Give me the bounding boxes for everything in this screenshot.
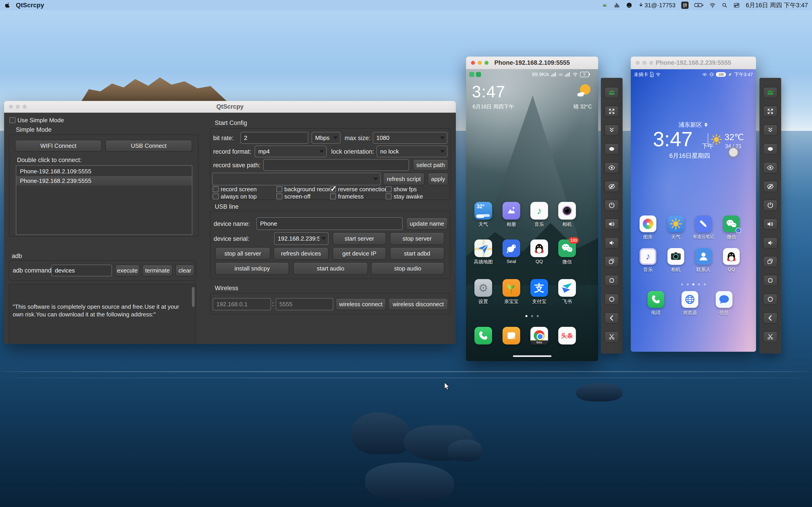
device-list[interactable]: Phone-192.168.2.109:5555 Phone-192.168.2…	[16, 165, 192, 235]
assistive-ball[interactable]	[727, 146, 740, 159]
activity-bars-icon[interactable]	[614, 2, 620, 8]
wireless-connect-button[interactable]: wireless connect	[336, 298, 386, 310]
show-screen-button[interactable]	[604, 162, 619, 173]
expand-notification-button[interactable]	[604, 124, 619, 136]
wifi-icon[interactable]	[709, 2, 716, 8]
phone2-screen[interactable]: 未插卡 100 下午3:47 浦东新区 3:47 下午 32℃ 34	[631, 69, 756, 352]
wechat-app-icon[interactable]: ✓	[723, 216, 740, 232]
app-weather2[interactable]: 天气	[662, 216, 690, 240]
show-screen-button[interactable]	[763, 162, 777, 173]
menu-clock[interactable]: 6月16日 周四 下午3:47	[746, 1, 808, 9]
dock-chrome-beta[interactable]: Beta	[525, 327, 553, 344]
weather-app-icon[interactable]	[667, 216, 684, 232]
get-device-ip-button[interactable]: get device IP	[333, 247, 386, 260]
back-button[interactable]	[604, 313, 619, 324]
screen-cut-button[interactable]	[604, 331, 619, 342]
android-status-icon[interactable]	[602, 2, 608, 8]
refresh-devices-button[interactable]: refresh devices	[273, 247, 328, 260]
reverse-connection-checkbox[interactable]: reverse connection	[330, 186, 388, 192]
dock-messages[interactable]	[497, 327, 525, 344]
wifi-connect-button[interactable]: WIFI Connect	[15, 140, 102, 152]
app-music[interactable]: ♪ 音乐	[525, 202, 553, 227]
youdao-note-app-icon[interactable]	[695, 216, 712, 232]
camera-app-icon[interactable]	[558, 202, 576, 220]
phone1-titlebar[interactable]: Phone-192.168.2.109:5555	[466, 57, 598, 69]
device-serial-combo[interactable]: 192.168.2.239:5	[274, 232, 328, 245]
terminate-button[interactable]: terminate	[142, 265, 173, 276]
phone2-titlebar[interactable]: Phone-192.168.2.239:5555	[631, 57, 756, 69]
lock-orientation-combo[interactable]: no lock	[376, 146, 448, 157]
record-screen-checkbox[interactable]: record screen	[213, 186, 257, 192]
fullscreen-button[interactable]	[763, 106, 777, 117]
zoom-button[interactable]	[23, 105, 27, 109]
phone-app-icon[interactable]	[648, 291, 664, 308]
menu-app-name[interactable]: QtScrcpy	[16, 2, 44, 9]
wireless-ip-input[interactable]	[213, 298, 271, 310]
record-save-path-input[interactable]	[263, 159, 409, 171]
stop-audio-button[interactable]: stop audio	[371, 262, 444, 275]
start-server-button[interactable]: start server	[333, 232, 386, 245]
group-control-button[interactable]	[763, 87, 777, 98]
background-record-checkbox[interactable]: background record	[276, 186, 334, 192]
app-camera2[interactable]: 相机	[662, 248, 690, 273]
app-qinbaobao[interactable]: 亲宝宝	[497, 279, 525, 305]
expand-notification-button[interactable]	[763, 124, 777, 136]
search-icon[interactable]	[722, 2, 727, 8]
start-audio-button[interactable]: start audio	[293, 262, 368, 275]
minimize-button[interactable]	[478, 61, 482, 65]
checkbox-box[interactable]	[9, 117, 15, 123]
home-button[interactable]	[604, 293, 619, 305]
always-on-top-checkbox[interactable]: always on top	[213, 193, 257, 200]
net-monitor[interactable]: 31@·17753	[638, 2, 675, 9]
device-name-input[interactable]	[256, 217, 403, 230]
dock-toutiao[interactable]: 头条	[553, 327, 581, 344]
weather-app-icon[interactable]: 32°	[474, 202, 492, 220]
device-list-item[interactable]: Phone-192.168.2.109:5555	[16, 167, 192, 176]
screen-cut-button[interactable]	[763, 331, 777, 342]
messages-app-icon[interactable]	[716, 291, 732, 308]
show-fps-checkbox[interactable]: show fps	[386, 186, 417, 192]
seal-app-icon[interactable]	[503, 239, 520, 257]
volume-up-button[interactable]	[763, 218, 777, 230]
app-music2[interactable]: ♪ 音乐	[634, 248, 662, 273]
refresh-script-button[interactable]: refresh script	[383, 173, 424, 185]
clear-button[interactable]: clear	[175, 265, 194, 276]
stay-awake-checkbox[interactable]: stay awake	[386, 193, 423, 200]
volume-down-button[interactable]	[763, 237, 777, 248]
execute-button[interactable]: execute	[115, 265, 140, 276]
music-app-icon[interactable]: ♪	[640, 248, 656, 265]
feishu-app-icon[interactable]	[558, 279, 576, 297]
app-seal[interactable]: Seal	[497, 239, 525, 264]
use-simple-mode-checkbox[interactable]: Use Simple Mode	[9, 117, 64, 124]
control-center-icon[interactable]	[733, 2, 740, 8]
battery-icon[interactable]	[695, 3, 704, 8]
app-qq2[interactable]: QQ	[717, 248, 745, 272]
fullscreen-button[interactable]	[604, 106, 619, 117]
toutiao-app-icon[interactable]: 头条	[558, 327, 576, 344]
apple-icon[interactable]	[5, 2, 10, 8]
app-weather[interactable]: 32° 天气	[469, 202, 497, 227]
back-button[interactable]	[763, 313, 777, 324]
device-list-item[interactable]: Phone-192.168.2.239:5555	[16, 176, 192, 186]
app-wechat[interactable]: 189 微信	[553, 239, 581, 265]
minimize-button[interactable]	[16, 105, 20, 109]
music-app-icon[interactable]: ♪	[530, 202, 548, 220]
script-combo[interactable]	[212, 173, 380, 185]
close-button[interactable]	[471, 61, 475, 65]
max-size-combo[interactable]: 1080	[373, 132, 448, 144]
app-contacts[interactable]: 联系人	[690, 248, 717, 273]
power-button[interactable]	[604, 200, 619, 211]
qtscrcpy-titlebar[interactable]: QtScrcpy	[4, 101, 456, 113]
zoom-button[interactable]	[649, 61, 653, 65]
app-alipay[interactable]: 支 支付宝	[525, 279, 553, 305]
close-button[interactable]	[9, 105, 13, 109]
screenshot-button[interactable]	[604, 143, 619, 155]
app-qq[interactable]: QQ	[525, 239, 553, 264]
stop-all-server-button[interactable]: stop all server	[215, 247, 270, 260]
messages-app-icon[interactable]	[503, 327, 520, 344]
stop-server-button[interactable]: stop server	[390, 232, 444, 245]
github-icon[interactable]	[626, 2, 632, 8]
home-button[interactable]	[763, 293, 777, 305]
frameless-checkbox[interactable]: frameless	[330, 193, 364, 200]
hide-screen-button[interactable]	[604, 181, 619, 192]
